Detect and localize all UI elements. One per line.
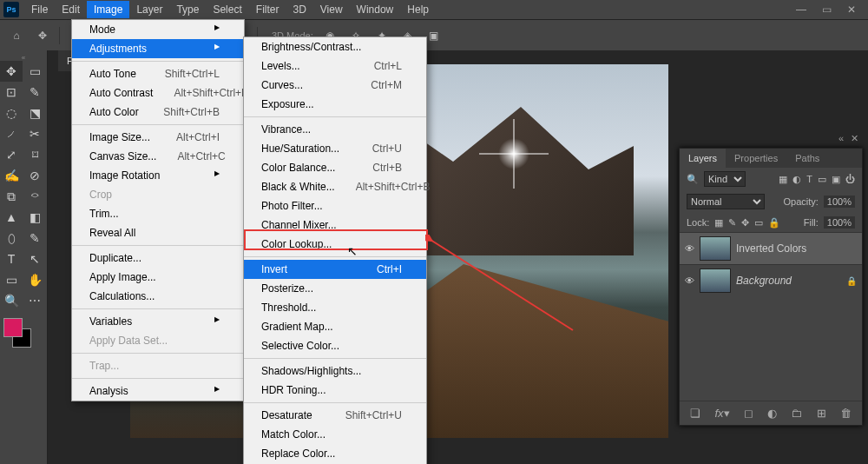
menuitem-hue-saturation-[interactable]: Hue/Saturation...Ctrl+U (244, 139, 426, 158)
menuitem-curves-[interactable]: Curves...Ctrl+M (244, 76, 426, 95)
menuitem-image-rotation[interactable]: Image Rotation▶ (72, 166, 244, 185)
tool-3[interactable]: ✎ (23, 82, 46, 103)
close-icon[interactable]: ✕ (847, 3, 856, 16)
tool-16[interactable]: ⬯ (0, 228, 23, 249)
panel-handle-icon[interactable]: « (0, 54, 47, 61)
menuitem-replace-color-[interactable]: Replace Color... (244, 444, 426, 463)
layer-thumbnail[interactable] (700, 268, 731, 293)
tool-8[interactable]: ⤢ (0, 144, 23, 165)
menuitem-channel-mixer-[interactable]: Channel Mixer... (244, 215, 426, 235)
menuitem-variables[interactable]: Variables▶ (72, 312, 244, 331)
menuitem-canvas-size-[interactable]: Canvas Size...Alt+Ctrl+C (72, 147, 244, 166)
tool-9[interactable]: ⌑ (23, 144, 46, 165)
menuitem-reveal-all[interactable]: Reveal All (72, 223, 244, 242)
3d-camera-icon[interactable]: ▣ (424, 26, 444, 45)
fill-value[interactable]: 100% (824, 216, 855, 229)
lock-artboard-icon[interactable]: ▭ (754, 217, 763, 229)
menuitem-photo-filter-[interactable]: Photo Filter... (244, 196, 426, 215)
delete-layer-icon[interactable]: 🗑 (840, 407, 852, 420)
menuitem-image-size-[interactable]: Image Size...Alt+Ctrl+I (72, 128, 244, 147)
menuitem-adjustments[interactable]: Adjustments▶ (72, 39, 244, 58)
visibility-icon[interactable]: 👁 (685, 243, 694, 254)
tool-2[interactable]: ⊡ (0, 82, 23, 103)
tab-properties[interactable]: Properties (726, 149, 786, 168)
maximize-icon[interactable]: ▭ (822, 3, 832, 16)
menuitem-desaturate[interactable]: DesaturateShift+Ctrl+U (244, 406, 426, 425)
tab-layers[interactable]: Layers (680, 149, 726, 168)
layer-row[interactable]: 👁Inverted Colors (680, 232, 862, 264)
layer-name[interactable]: Background (736, 275, 792, 287)
menu-filter[interactable]: Filter (249, 1, 286, 18)
lock-transparent-icon[interactable]: ▦ (714, 217, 723, 229)
menuitem-black-white-[interactable]: Black & White...Alt+Shift+Ctrl+B (244, 177, 426, 196)
menuitem-color-balance-[interactable]: Color Balance...Ctrl+B (244, 158, 426, 177)
tool-6[interactable]: ⟋ (0, 123, 23, 144)
tool-18[interactable]: T (0, 249, 23, 269)
menu-3d[interactable]: 3D (286, 1, 312, 18)
link-layers-icon[interactable]: ❏ (690, 407, 700, 420)
menuitem-invert[interactable]: InvertCtrl+I (244, 260, 426, 279)
menuitem-calculations-[interactable]: Calculations... (72, 287, 244, 306)
menuitem-trim-[interactable]: Trim... (72, 204, 244, 223)
tool-11[interactable]: ⊘ (23, 165, 46, 186)
menuitem-vibrance-[interactable]: Vibrance... (244, 120, 426, 139)
tool-22[interactable]: 🔍 (0, 290, 23, 311)
menu-select[interactable]: Select (206, 1, 248, 18)
menu-image[interactable]: Image (87, 1, 129, 18)
move-tool-icon[interactable]: ✥ (33, 26, 52, 45)
menu-help[interactable]: Help (400, 1, 436, 18)
lock-paint-icon[interactable]: ✎ (728, 217, 736, 229)
tool-14[interactable]: ▲ (0, 207, 23, 228)
layer-fx-icon[interactable]: fx▾ (714, 407, 729, 420)
menuitem-color-lookup-[interactable]: Color Lookup... (244, 235, 426, 254)
home-icon[interactable]: ⌂ (7, 26, 26, 45)
opacity-value[interactable]: 100% (824, 196, 855, 208)
filter-adjust-icon[interactable]: ◐ (792, 174, 801, 185)
menuitem-brightness-contrast-[interactable]: Brightness/Contrast... (244, 37, 426, 56)
tool-19[interactable]: ↖ (23, 249, 46, 269)
new-layer-icon[interactable]: ⊞ (817, 407, 826, 420)
tool-21[interactable]: ✋ (23, 269, 46, 290)
tool-20[interactable]: ▭ (0, 269, 23, 290)
blend-mode-select[interactable]: Normal (687, 194, 765, 209)
lock-position-icon[interactable]: ✥ (741, 217, 749, 229)
menuitem-apply-image-[interactable]: Apply Image... (72, 268, 244, 287)
visibility-icon[interactable]: 👁 (685, 275, 694, 286)
menuitem-exposure-[interactable]: Exposure... (244, 95, 426, 114)
layer-mask-icon[interactable]: ◻ (744, 407, 753, 420)
filter-smart-icon[interactable]: ▣ (832, 174, 840, 185)
tool-15[interactable]: ◧ (23, 207, 46, 228)
filter-toggle-icon[interactable]: ⏻ (845, 174, 855, 184)
menuitem-posterize-[interactable]: Posterize... (244, 279, 426, 298)
panel-collapse-icon[interactable]: « (838, 133, 844, 144)
menuitem-gradient-map-[interactable]: Gradient Map... (244, 317, 426, 336)
menuitem-auto-color[interactable]: Auto ColorShift+Ctrl+B (72, 103, 244, 122)
menuitem-analysis[interactable]: Analysis▶ (72, 381, 244, 401)
tool-5[interactable]: ⬔ (23, 103, 46, 123)
foreground-color[interactable] (3, 318, 23, 337)
lock-all-icon[interactable]: 🔒 (768, 217, 780, 229)
minimize-icon[interactable]: — (796, 3, 806, 16)
menuitem-duplicate-[interactable]: Duplicate... (72, 249, 244, 268)
menu-view[interactable]: View (313, 1, 350, 18)
tool-23[interactable]: ⋯ (23, 290, 46, 311)
layer-row[interactable]: 👁Background🔒 (680, 264, 862, 296)
filter-type-icon[interactable]: T (806, 174, 812, 184)
menuitem-mode[interactable]: Mode▶ (72, 20, 244, 39)
menuitem-match-color-[interactable]: Match Color... (244, 425, 426, 444)
adjustment-layer-icon[interactable]: ◐ (767, 407, 777, 420)
menuitem-auto-contrast[interactable]: Auto ContrastAlt+Shift+Ctrl+L (72, 83, 244, 103)
menu-file[interactable]: File (24, 1, 55, 18)
filter-pixel-icon[interactable]: ▦ (779, 174, 787, 185)
menu-layer[interactable]: Layer (129, 1, 169, 18)
menuitem-auto-tone[interactable]: Auto ToneShift+Ctrl+L (72, 64, 244, 83)
layer-thumbnail[interactable] (700, 236, 731, 261)
menuitem-threshold-[interactable]: Threshold... (244, 298, 426, 317)
menuitem-shadows-highlights-[interactable]: Shadows/Highlights... (244, 361, 426, 381)
tool-13[interactable]: ⌔ (23, 186, 46, 207)
menu-type[interactable]: Type (169, 1, 206, 18)
menuitem-hdr-toning-[interactable]: HDR Toning... (244, 381, 426, 400)
tool-0[interactable]: ✥ (0, 61, 23, 82)
tool-10[interactable]: ✍ (0, 165, 23, 186)
menuitem-selective-color-[interactable]: Selective Color... (244, 336, 426, 355)
